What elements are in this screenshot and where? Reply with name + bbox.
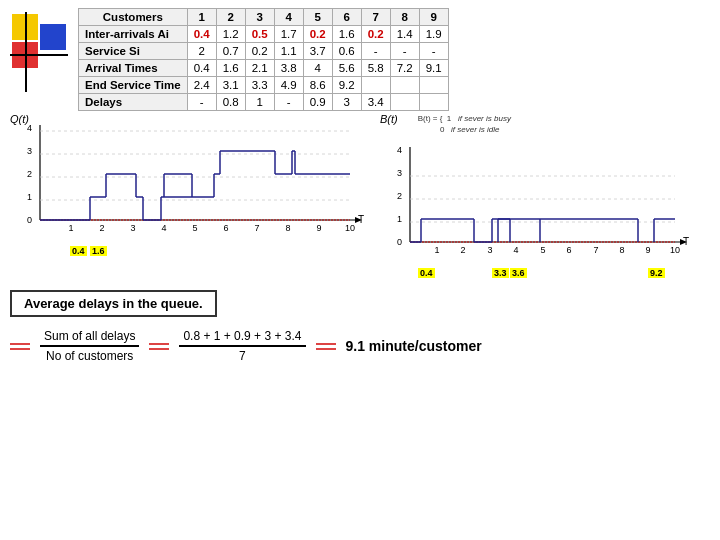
cell-r2-c3: 3.8 — [274, 60, 303, 77]
eq-line-bot-3 — [316, 348, 336, 350]
eq-line-bot-2 — [149, 348, 169, 350]
table-row: Delays-0.81-0.933.4 — [79, 94, 449, 111]
cell-r4-c2: 1 — [245, 94, 274, 111]
cell-r0-c2: 0.5 — [245, 26, 274, 43]
row-label-2: Arrival Times — [79, 60, 188, 77]
cell-r3-c8 — [419, 77, 448, 94]
cell-r2-c4: 4 — [303, 60, 332, 77]
svg-text:3: 3 — [487, 245, 492, 255]
cell-r1-c6: - — [361, 43, 390, 60]
cell-r3-c3: 4.9 — [274, 77, 303, 94]
svg-text:9: 9 — [645, 245, 650, 255]
cell-r4-c3: - — [274, 94, 303, 111]
cell-r1-c5: 0.6 — [332, 43, 361, 60]
fraction-1: Sum of all delays No of customers — [40, 329, 139, 363]
left-chart-container: Q(t) T 0 1 2 3 4 1 2 3 4 — [10, 113, 370, 284]
charts-area: Q(t) T 0 1 2 3 4 1 2 3 4 — [0, 111, 720, 284]
cell-r3-c2: 3.3 — [245, 77, 274, 94]
cell-r3-c5: 9.2 — [332, 77, 361, 94]
table-body: Inter-arrivals Ai0.41.20.51.70.21.60.21.… — [79, 26, 449, 111]
table-header-6: 6 — [332, 9, 361, 26]
equals-sign-3 — [316, 343, 336, 350]
cell-r2-c1: 1.6 — [216, 60, 245, 77]
cell-r1-c1: 0.7 — [216, 43, 245, 60]
svg-text:0: 0 — [397, 237, 402, 247]
cell-r1-c8: - — [419, 43, 448, 60]
right-chart-label: B(t) — [380, 113, 398, 125]
svg-text:3: 3 — [130, 223, 135, 233]
right-annot-3: 3.6 — [510, 268, 527, 278]
svg-text:T: T — [683, 236, 689, 247]
cell-r4-c4: 0.9 — [303, 94, 332, 111]
row-label-3: End Service Time — [79, 77, 188, 94]
cell-r0-c4: 0.2 — [303, 26, 332, 43]
cell-r1-c0: 2 — [187, 43, 216, 60]
avg-delays-box: Average delays in the queue. — [10, 290, 217, 317]
cell-r0-c7: 1.4 — [390, 26, 419, 43]
cell-r2-c7: 7.2 — [390, 60, 419, 77]
right-chart-container: B(t) B(t) = { 1 if sever is busy 0 if se… — [380, 113, 700, 284]
eq-line-top-3 — [316, 343, 336, 345]
cell-r2-c2: 2.1 — [245, 60, 274, 77]
logo — [10, 12, 70, 92]
left-chart-svg: T 0 1 2 3 4 1 2 3 4 5 6 7 8 9 10 — [10, 115, 365, 245]
right-annot-2: 3.3 — [492, 268, 509, 278]
table-row: End Service Time2.43.13.34.98.69.2 — [79, 77, 449, 94]
svg-text:8: 8 — [619, 245, 624, 255]
cell-r2-c0: 0.4 — [187, 60, 216, 77]
cell-r0-c1: 1.2 — [216, 26, 245, 43]
fraction-2-denominator: 7 — [239, 347, 246, 363]
table-header-4: 4 — [274, 9, 303, 26]
cell-r3-c1: 3.1 — [216, 77, 245, 94]
row-label-1: Service Si — [79, 43, 188, 60]
cell-r4-c6: 3.4 — [361, 94, 390, 111]
cell-r4-c0: - — [187, 94, 216, 111]
left-chart-label: Q(t) — [10, 113, 29, 125]
cell-r0-c8: 1.9 — [419, 26, 448, 43]
cell-r0-c5: 1.6 — [332, 26, 361, 43]
svg-text:1: 1 — [397, 214, 402, 224]
table-header-7: 7 — [361, 9, 390, 26]
avg-delays-section: Average delays in the queue. Sum of all … — [10, 290, 710, 363]
table-row: Arrival Times0.41.62.13.845.65.87.29.1 — [79, 60, 449, 77]
svg-text:10: 10 — [345, 223, 355, 233]
svg-text:3: 3 — [397, 168, 402, 178]
cell-r1-c3: 1.1 — [274, 43, 303, 60]
svg-text:6: 6 — [566, 245, 571, 255]
left-annot-1: 0.4 — [70, 246, 87, 256]
svg-text:4: 4 — [161, 223, 166, 233]
left-annot-2: 1.6 — [90, 246, 107, 256]
eq-line-top-1 — [10, 343, 30, 345]
svg-text:2: 2 — [460, 245, 465, 255]
cell-r0-c0: 0.4 — [187, 26, 216, 43]
table-header-3: 3 — [245, 9, 274, 26]
cell-r4-c8 — [419, 94, 448, 111]
table-header-8: 8 — [390, 9, 419, 26]
svg-text:9: 9 — [316, 223, 321, 233]
table-header-2: 2 — [216, 9, 245, 26]
formula-row: Sum of all delays No of customers 0.8 + … — [10, 329, 710, 363]
svg-text:2: 2 — [27, 169, 32, 179]
equals-sign-1 — [10, 343, 30, 350]
cell-r1-c2: 0.2 — [245, 43, 274, 60]
svg-rect-2 — [40, 24, 66, 50]
cell-r0-c3: 1.7 — [274, 26, 303, 43]
svg-text:8: 8 — [285, 223, 290, 233]
svg-text:1: 1 — [434, 245, 439, 255]
eq-line-top-2 — [149, 343, 169, 345]
right-annot-4: 9.2 — [648, 268, 665, 278]
svg-text:2: 2 — [397, 191, 402, 201]
right-chart-formula: B(t) = { 1 if sever is busy 0 if sever i… — [418, 113, 511, 135]
row-label-0: Inter-arrivals Ai — [79, 26, 188, 43]
row-label-4: Delays — [79, 94, 188, 111]
fraction-1-numerator: Sum of all delays — [40, 329, 139, 347]
table-row: Inter-arrivals Ai0.41.20.51.70.21.60.21.… — [79, 26, 449, 43]
cell-r4-c1: 0.8 — [216, 94, 245, 111]
top-section: Customers 1 2 3 4 5 6 7 8 9 Inter-arriva… — [0, 0, 720, 111]
fraction-1-denominator: No of customers — [46, 347, 133, 363]
cell-r3-c0: 2.4 — [187, 77, 216, 94]
svg-text:10: 10 — [670, 245, 680, 255]
fraction-2: 0.8 + 1 + 0.9 + 3 + 3.4 7 — [179, 329, 305, 363]
cell-r4-c5: 3 — [332, 94, 361, 111]
table-header-label: Customers — [79, 9, 188, 26]
